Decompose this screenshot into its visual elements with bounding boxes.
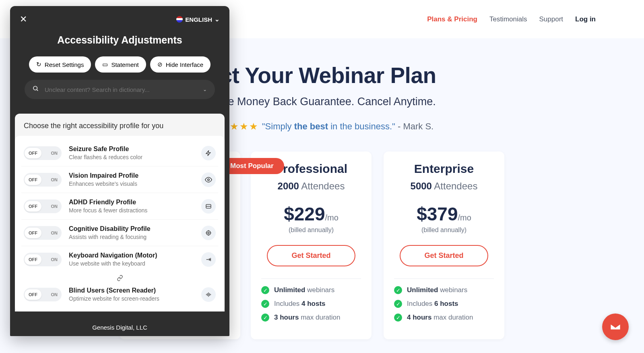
toggle-on-label: ON xyxy=(48,177,61,182)
mail-icon xyxy=(609,321,621,333)
profile-name: Vision Impaired Profile xyxy=(69,172,194,179)
chevron-down-icon: ⌄ xyxy=(215,16,220,23)
toggle-on-label: ON xyxy=(48,230,61,235)
profile-toggle[interactable]: OFF ON xyxy=(24,173,62,187)
check-icon: ✓ xyxy=(394,300,402,308)
profile-name: Cognitive Disability Profile xyxy=(69,225,194,233)
plan-feature: ✓Unlimited webinars xyxy=(261,286,361,294)
profiles-section: Choose the right accessibility profile f… xyxy=(15,114,225,311)
dictionary-search[interactable]: ⌄ xyxy=(25,80,215,99)
statement-button[interactable]: ▭ Statement xyxy=(95,56,146,73)
profile-adhd-friendly: OFF ON ADHD Friendly Profile More focus … xyxy=(21,193,218,219)
star-icon: ★ xyxy=(249,121,258,132)
plan-card-professional: Professional 2000 Attendees $229/mo (bil… xyxy=(251,152,372,339)
get-started-button[interactable]: Get Started xyxy=(400,245,488,266)
profile-desc: More focus & fewer distractions xyxy=(69,207,194,214)
plan-feature: ✓3 hours max duration xyxy=(261,314,361,322)
reset-settings-button[interactable]: ↻ Reset Settings xyxy=(29,56,91,73)
profile-toggle[interactable]: OFF ON xyxy=(24,226,62,240)
profile-vision-impaired: OFF ON Vision Impaired Profile Enhances … xyxy=(21,166,218,193)
toggle-on-label: ON xyxy=(48,204,61,209)
chat-icon: ▭ xyxy=(102,61,108,68)
quote-text-bold: the best xyxy=(294,121,328,131)
eye-icon xyxy=(201,172,216,187)
quote-attribution: - Mark S. xyxy=(395,121,433,131)
quote-text-post: in the business." xyxy=(328,121,395,131)
profile-name: Seizure Safe Profile xyxy=(69,145,194,153)
quote-text-pre: "Simply xyxy=(262,121,294,131)
profile-blind-users: OFF ON Blind Users (Screen Reader) Optim… xyxy=(21,281,218,307)
toggle-off-label: OFF xyxy=(25,174,41,185)
plan-feature: ✓Unlimited webinars xyxy=(394,286,494,294)
svg-point-6 xyxy=(208,232,209,234)
profiles-heading: Choose the right accessibility profile f… xyxy=(15,114,225,136)
nav-plans-pricing[interactable]: Plans & Pricing xyxy=(427,15,477,23)
profile-desc: Assists with reading & focusing xyxy=(69,234,194,240)
eye-slash-icon: ⊘ xyxy=(157,61,163,68)
toggle-off-label: OFF xyxy=(25,228,41,238)
svg-point-2 xyxy=(208,179,210,181)
sound-icon xyxy=(201,287,216,302)
plan-price: $379/mo xyxy=(394,203,494,225)
toggle-off-label: OFF xyxy=(25,254,41,265)
svg-line-1 xyxy=(37,89,38,91)
toggle-off-label: OFF xyxy=(25,201,41,212)
check-icon: ✓ xyxy=(394,286,402,294)
nav-support[interactable]: Support xyxy=(539,15,563,23)
refresh-icon: ↻ xyxy=(36,61,41,68)
star-icon: ★ xyxy=(230,121,239,132)
top-nav: Plans & Pricing Testimonials Support Log… xyxy=(427,0,644,38)
language-selector[interactable]: ENGLISH ⌄ xyxy=(176,16,220,23)
profile-name: ADHD Friendly Profile xyxy=(69,199,194,206)
mail-fab[interactable] xyxy=(602,314,629,340)
check-icon: ✓ xyxy=(261,286,269,294)
frame-icon xyxy=(201,199,216,214)
us-flag-icon xyxy=(176,16,183,23)
toggle-on-label: ON xyxy=(48,292,61,297)
profile-desc: Optimize website for screen-readers xyxy=(69,295,194,302)
profile-toggle[interactable]: OFF ON xyxy=(24,253,62,266)
star-icon: ★ xyxy=(239,121,248,132)
link-icon xyxy=(21,272,218,281)
nav-testimonials[interactable]: Testimonials xyxy=(489,15,527,23)
chevron-down-icon: ⌄ xyxy=(203,87,207,92)
language-label: ENGLISH xyxy=(185,16,212,23)
profile-toggle[interactable]: OFF ON xyxy=(24,146,62,160)
search-icon xyxy=(33,85,39,93)
profile-name: Keyboard Navigation (Motor) xyxy=(69,252,194,259)
search-input[interactable] xyxy=(45,86,197,93)
plan-attendees: 5000 Attendees xyxy=(394,181,494,192)
profile-desc: Use website with the keyboard xyxy=(69,260,194,267)
get-started-button[interactable]: Get Started xyxy=(267,245,355,266)
profile-cognitive-disability: OFF ON Cognitive Disability Profile Assi… xyxy=(21,219,218,246)
panel-title: Accessibility Adjustments xyxy=(20,34,220,46)
profile-keyboard-navigation: OFF ON Keyboard Navigation (Motor) Use w… xyxy=(21,246,218,272)
plan-billed: (billed annually) xyxy=(394,226,494,234)
svg-point-0 xyxy=(33,86,37,90)
target-icon xyxy=(201,226,216,240)
check-icon: ✓ xyxy=(394,314,402,322)
profile-seizure-safe: OFF ON Seizure Safe Profile Clear flashe… xyxy=(21,140,218,166)
profile-toggle[interactable]: OFF ON xyxy=(24,199,62,213)
tab-icon xyxy=(201,252,216,267)
close-icon: ✕ xyxy=(20,14,27,24)
nav-login[interactable]: Log in xyxy=(575,15,596,23)
panel-footer: Genesis Digital, LLC xyxy=(10,319,229,336)
profile-desc: Enhances website's visuals xyxy=(69,181,194,187)
profile-toggle[interactable]: OFF ON xyxy=(24,288,62,301)
svg-point-5 xyxy=(206,230,211,235)
plan-name: Enterprise xyxy=(394,162,494,176)
hide-interface-button[interactable]: ⊘ Hide Interface xyxy=(150,56,211,73)
plan-feature: ✓Includes 4 hosts xyxy=(261,300,361,308)
check-icon: ✓ xyxy=(261,300,269,308)
plan-price: $229/mo xyxy=(261,203,361,225)
plan-feature: ✓4 hours max duration xyxy=(394,314,494,322)
close-button[interactable]: ✕ xyxy=(20,14,27,25)
toggle-off-label: OFF xyxy=(25,289,41,300)
toggle-on-label: ON xyxy=(48,151,61,156)
plan-card-enterprise: Enterprise 5000 Attendees $379/mo (bille… xyxy=(384,152,504,339)
profile-desc: Clear flashes & reduces color xyxy=(69,154,194,160)
plan-attendees: 2000 Attendees xyxy=(261,181,361,192)
toggle-on-label: ON xyxy=(48,257,61,262)
profile-name: Blind Users (Screen Reader) xyxy=(69,287,194,294)
